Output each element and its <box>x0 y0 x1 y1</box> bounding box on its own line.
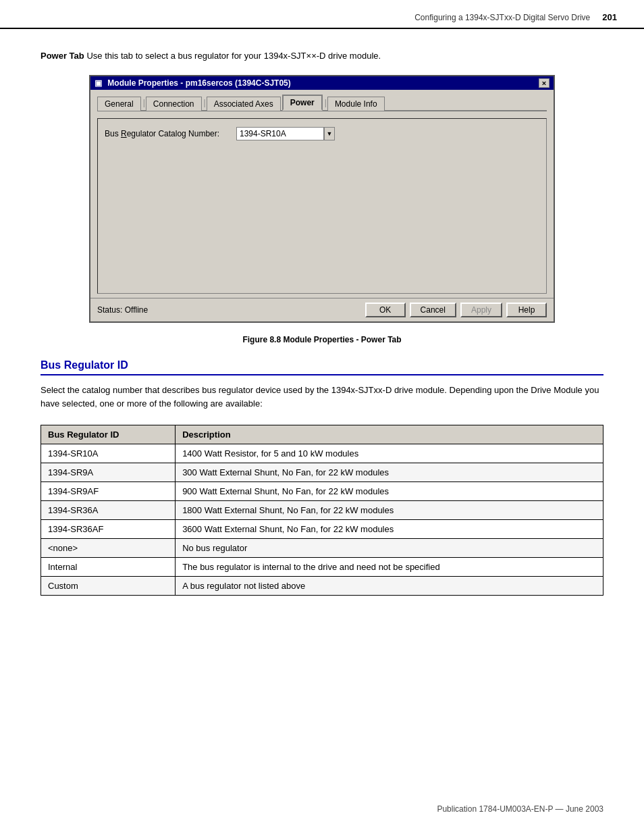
page-number: 201 <box>602 12 617 22</box>
body-text: Select the catalog number that describes… <box>41 384 603 412</box>
col-header-description: Description <box>176 425 603 444</box>
intro-line: Power Tab Use this tab to select a bus r… <box>41 49 603 63</box>
table-cell-description: 900 Watt External Shunt, No Fan, for 22 … <box>176 482 603 501</box>
tab-power[interactable]: Power <box>282 95 323 111</box>
table-row: InternalThe bus regulator is internal to… <box>41 558 603 577</box>
page-footer: Publication 1784-UM003A-EN-P — June 2003 <box>437 804 603 814</box>
dialog-body: General | Connection | Associated Axes P… <box>90 90 554 298</box>
table-cell-description: A bus regulator not listed above <box>176 577 603 596</box>
tab-bar: General | Connection | Associated Axes P… <box>97 94 547 111</box>
main-content: Power Tab Use this tab to select a bus r… <box>0 29 644 643</box>
table-cell-id: 1394-SR9AF <box>41 482 176 501</box>
table-row: 1394-SR36AF3600 Watt External Shunt, No … <box>41 520 603 539</box>
bus-regulator-table: Bus Regulator ID Description 1394-SR10A1… <box>41 425 603 596</box>
table-cell-description: 3600 Watt External Shunt, No Fan, for 22… <box>176 520 603 539</box>
table-row: 1394-SR9A300 Watt External Shunt, No Fan… <box>41 463 603 482</box>
field-select-wrapper: 1394-SR10A 1394-SR9A 1394-SR9AF 1394-SR3… <box>236 127 335 140</box>
apply-button[interactable]: Apply <box>460 303 502 317</box>
table-cell-id: <none> <box>41 539 176 558</box>
table-cell-description: No bus regulator <box>176 539 603 558</box>
status-value: Offline <box>125 305 148 315</box>
table-body: 1394-SR10A1400 Watt Resistor, for 5 and … <box>41 444 603 596</box>
dialog-titlebar: ▣ Module Properties - pm16sercos (1394C-… <box>90 76 554 90</box>
ok-button[interactable]: OK <box>365 303 406 317</box>
col-header-id: Bus Regulator ID <box>41 425 176 444</box>
table-cell-id: Custom <box>41 577 176 596</box>
table-cell-id: 1394-SR36A <box>41 501 176 520</box>
tab-connection[interactable]: Connection <box>146 97 202 111</box>
section-heading: Bus Regulator ID <box>41 359 603 375</box>
body-text-content: Select the catalog number that describes… <box>41 385 599 409</box>
table-cell-id: 1394-SR36AF <box>41 520 176 539</box>
cancel-button[interactable]: Cancel <box>410 303 456 317</box>
table-cell-description: 1400 Watt Resistor, for 5 and 10 kW modu… <box>176 444 603 463</box>
header-text: Configuring a 1394x-SJTxx-D Digital Serv… <box>414 13 590 22</box>
table-cell-id: Internal <box>41 558 176 577</box>
table-row: <none>No bus regulator <box>41 539 603 558</box>
table-row: 1394-SR36A1800 Watt External Shunt, No F… <box>41 501 603 520</box>
status-label: Status: <box>97 305 122 315</box>
intro-bold-label: Power Tab <box>41 51 84 61</box>
dialog-title-area: ▣ Module Properties - pm16sercos (1394C-… <box>95 78 291 88</box>
dialog-footer: Status: Offline OK Cancel Apply Help <box>90 298 554 321</box>
help-button[interactable]: Help <box>506 303 547 317</box>
table-row: CustomA bus regulator not listed above <box>41 577 603 596</box>
table-cell-description: The bus regulator is internal to the dri… <box>176 558 603 577</box>
table-cell-id: 1394-SR10A <box>41 444 176 463</box>
table-cell-id: 1394-SR9A <box>41 463 176 482</box>
table-row: 1394-SR10A1400 Watt Resistor, for 5 and … <box>41 444 603 463</box>
tab-associated-axes[interactable]: Associated Axes <box>207 97 281 111</box>
figure-caption: Figure 8.8 Module Properties - Power Tab <box>41 335 603 344</box>
tab-divider-2: | <box>204 95 206 110</box>
dialog-title: Module Properties - pm16sercos (1394C-SJ… <box>107 78 290 88</box>
status-area: Status: Offline <box>97 305 148 315</box>
intro-text: Use this tab to select a bus regulator f… <box>86 51 381 61</box>
table-header-row: Bus Regulator ID Description <box>41 425 603 444</box>
tab-divider-3: | <box>325 95 327 110</box>
bus-regulator-select[interactable]: 1394-SR10A 1394-SR9A 1394-SR9AF 1394-SR3… <box>236 127 324 140</box>
bus-regulator-label: Bus Regulator Catalog Number: <box>105 129 230 138</box>
tab-module-info[interactable]: Module Info <box>327 97 385 111</box>
module-properties-dialog: ▣ Module Properties - pm16sercos (1394C-… <box>89 75 555 323</box>
select-dropdown-arrow[interactable]: ▼ <box>324 127 335 140</box>
dialog-close-button[interactable]: × <box>539 78 549 88</box>
table-header: Bus Regulator ID Description <box>41 425 603 444</box>
table-cell-description: 1800 Watt External Shunt, No Fan, for 22… <box>176 501 603 520</box>
page-header: Configuring a 1394x-SJTxx-D Digital Serv… <box>0 0 644 29</box>
footer-buttons: OK Cancel Apply Help <box>365 303 547 317</box>
dialog-content-area: Bus Regulator Catalog Number: 1394-SR10A… <box>97 118 547 294</box>
tab-divider-1: | <box>143 95 145 110</box>
table-cell-description: 300 Watt External Shunt, No Fan, for 22 … <box>176 463 603 482</box>
tab-general[interactable]: General <box>97 97 141 111</box>
dialog-title-icon: ▣ <box>95 78 102 88</box>
bus-regulator-field-row: Bus Regulator Catalog Number: 1394-SR10A… <box>105 127 539 140</box>
table-row: 1394-SR9AF900 Watt External Shunt, No Fa… <box>41 482 603 501</box>
